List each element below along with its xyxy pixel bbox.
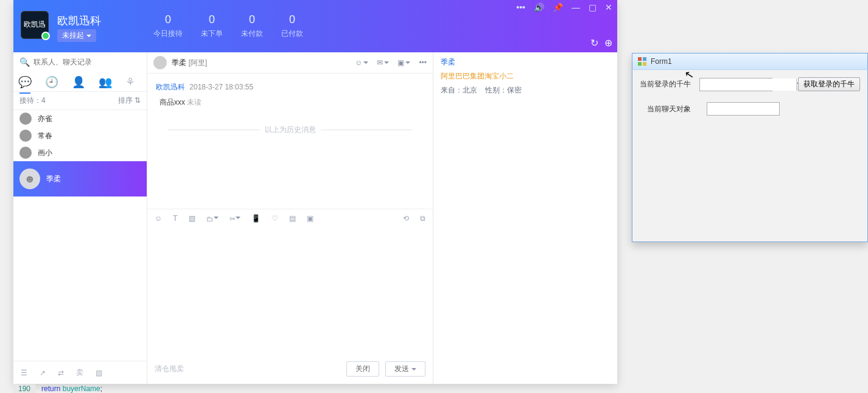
- msg-time: 2018-3-27 18:03:55: [189, 83, 253, 91]
- mail-icon[interactable]: ✉: [377, 58, 389, 67]
- tab-group-icon[interactable]: 👥: [99, 75, 112, 89]
- get-qianniu-button[interactable]: 获取登录的千牛: [798, 77, 860, 91]
- cart-icon[interactable]: ⧉: [420, 214, 425, 223]
- qianniu-combobox[interactable]: [699, 78, 772, 91]
- line-number: 190: [13, 384, 35, 393]
- more-icon[interactable]: •••: [516, 2, 525, 12]
- status-dropdown[interactable]: 未挂起: [57, 29, 96, 42]
- send-button[interactable]: 发送: [385, 361, 425, 377]
- stat-paid[interactable]: 0 已付款: [281, 13, 303, 39]
- from-value: 北京: [463, 86, 477, 94]
- popout-icon[interactable]: ↗: [40, 369, 46, 377]
- contact-name: 画小: [38, 148, 52, 158]
- close-button[interactable]: 关闭: [346, 361, 379, 377]
- pin-icon[interactable]: 📌: [553, 2, 563, 12]
- chat-header: 季柔 [阿里] ☺ ✉ ▣ •••: [147, 52, 433, 74]
- receive-bar: 接待：4 排序 ⇅: [13, 91, 147, 110]
- search-box: 🔍: [13, 52, 147, 72]
- avatar: [19, 147, 32, 159]
- heart-icon[interactable]: ♡: [271, 214, 278, 223]
- phone-icon[interactable]: 📱: [251, 214, 261, 223]
- detail-meta: 来自：北京 性别：保密: [441, 85, 610, 96]
- contact-link[interactable]: 季柔: [441, 58, 455, 66]
- svg-rect-0: [638, 57, 642, 61]
- chat-header-actions: ☺ ✉ ▣ •••: [355, 58, 427, 67]
- stat-today[interactable]: 0 今日接待: [153, 13, 183, 39]
- sidebar-tabs: 💬 🕘 👤 👥 ⚘: [13, 72, 147, 91]
- minimize-icon[interactable]: —: [572, 2, 580, 12]
- stat-value: 0: [241, 13, 263, 26]
- multiwin-icon[interactable]: ▧: [96, 369, 102, 377]
- contact-item-selected[interactable]: ☻ 季柔: [13, 161, 147, 196]
- bubble-icon[interactable]: ☺: [355, 58, 368, 67]
- avatar: ☻: [19, 169, 40, 189]
- history-divider: 以上为历史消息: [168, 125, 412, 135]
- emoji-icon[interactable]: ☺: [155, 214, 162, 223]
- form1-titlebar[interactable]: Form1: [632, 53, 868, 70]
- close-icon[interactable]: ✕: [605, 2, 612, 12]
- window-controls: ••• 🔊 📌 — ▢ ✕: [516, 2, 612, 12]
- contact-item[interactable]: 画小: [13, 144, 147, 161]
- sidebar: 🔍 💬 🕘 👤 👥 ⚘ 接待：4 排序 ⇅ 亦雀: [13, 52, 147, 384]
- screenshot-icon[interactable]: ✂: [229, 214, 240, 223]
- svg-rect-3: [643, 62, 646, 66]
- quick-icon[interactable]: ⟲: [403, 214, 409, 223]
- sound-icon[interactable]: 🔊: [534, 2, 544, 12]
- search-icon: 🔍: [19, 57, 30, 67]
- contact-item[interactable]: 常春: [13, 127, 147, 144]
- sell-icon[interactable]: 卖: [76, 367, 83, 378]
- app-logo: 欧凯迅: [21, 11, 49, 39]
- stat-value: 0: [153, 13, 183, 26]
- video-icon[interactable]: ▣: [397, 58, 410, 67]
- stat-label: 今日接待: [153, 29, 183, 39]
- form1-window: Form1 当前登录的千牛 获取登录的千牛 当前聊天对象: [632, 54, 868, 242]
- msg-text: 商品xxx: [159, 98, 185, 106]
- detail-name: 季柔: [441, 57, 610, 68]
- stat-noorder[interactable]: 0 未下单: [201, 13, 223, 39]
- more-icon[interactable]: •••: [419, 58, 427, 67]
- maximize-icon[interactable]: ▢: [589, 2, 597, 12]
- contact-item[interactable]: 亦雀: [13, 110, 147, 127]
- image-icon[interactable]: ▧: [189, 214, 195, 223]
- transfer-icon[interactable]: ⇄: [58, 369, 64, 377]
- promo-link[interactable]: 清仓甩卖: [155, 364, 184, 374]
- folder-icon[interactable]: 🗀: [206, 214, 219, 223]
- gender-label: 性别：: [485, 86, 507, 94]
- sort-toggle[interactable]: 排序 ⇅: [118, 96, 141, 106]
- online-badge: [41, 32, 50, 40]
- header-tray: ↻ ⊕: [590, 37, 612, 49]
- header-stats: 0 今日接待 0 未下单 0 未付款 0 已付款: [153, 13, 303, 39]
- detail-org: 阿里巴巴集团淘宝小二: [441, 71, 610, 82]
- form1-row-chat: 当前聊天对象: [640, 102, 860, 116]
- stat-unpaid[interactable]: 0 未付款: [241, 13, 263, 39]
- stat-label: 未付款: [241, 29, 263, 39]
- msg-author: 欧凯迅科: [156, 83, 185, 91]
- msg-status: 未读: [187, 98, 201, 106]
- contact-name: 季柔: [46, 174, 61, 184]
- stat-label: 已付款: [281, 29, 303, 39]
- tab-team-icon[interactable]: ⚘: [125, 75, 135, 89]
- plus-icon[interactable]: ⊕: [604, 37, 612, 49]
- semi: ;: [100, 384, 102, 393]
- form1-app-icon: [637, 57, 647, 66]
- clip-icon[interactable]: ▣: [307, 214, 313, 223]
- chat-target-input[interactable]: [707, 102, 780, 116]
- receive-count: 接待：4: [19, 96, 46, 106]
- message: 商品xxx 未读: [159, 97, 424, 108]
- message-editor[interactable]: [147, 228, 433, 355]
- menu-icon[interactable]: ☰: [21, 369, 27, 377]
- qianniu-input[interactable]: [700, 78, 796, 91]
- search-input[interactable]: [33, 58, 141, 66]
- reload-icon[interactable]: ↻: [590, 37, 598, 49]
- text-icon[interactable]: T: [173, 214, 177, 223]
- tab-person-icon[interactable]: 👤: [72, 75, 85, 89]
- app-header: 欧凯迅 欧凯迅科 未挂起 0 今日接待 0 未下单 0 未付款 0 已付款: [13, 0, 617, 52]
- calc-icon[interactable]: ▤: [289, 214, 296, 223]
- ident: buyerName: [63, 384, 100, 393]
- tab-chat-icon[interactable]: 💬: [18, 75, 32, 89]
- avatar: [19, 130, 32, 142]
- tab-clock-icon[interactable]: 🕘: [45, 75, 58, 89]
- svg-rect-1: [643, 57, 646, 61]
- stat-value: 0: [281, 13, 303, 26]
- form1-title-text: Form1: [651, 57, 672, 66]
